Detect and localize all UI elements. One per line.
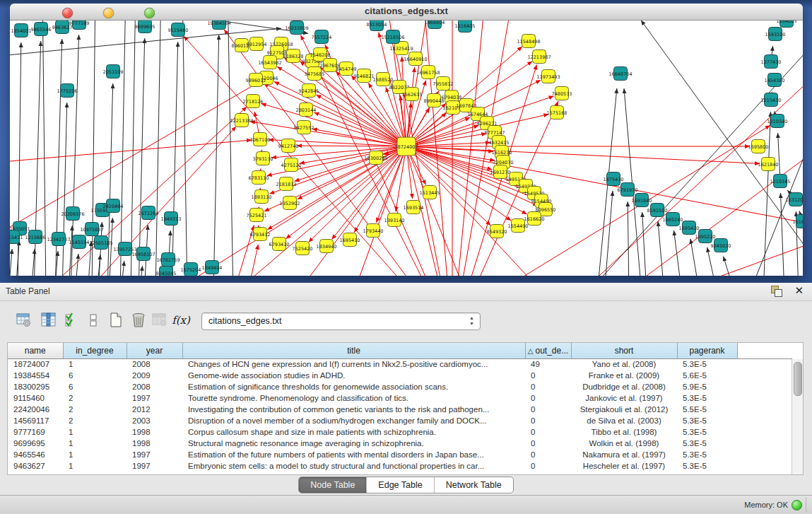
tab-edge-table[interactable]: Edge Table bbox=[367, 477, 434, 493]
delete-table-button[interactable] bbox=[150, 310, 170, 330]
status-divider bbox=[806, 498, 806, 513]
cell-name: 9463627 bbox=[8, 460, 63, 472]
row-height-button[interactable] bbox=[83, 310, 103, 330]
svg-text:12213389: 12213389 bbox=[230, 118, 253, 124]
cell-in_degree: 1 bbox=[63, 358, 126, 370]
svg-text:1454380: 1454380 bbox=[765, 78, 785, 83]
svg-text:16782759: 16782759 bbox=[156, 257, 180, 263]
network-view[interactable]: 1872400789601288912954152260589127508165… bbox=[10, 21, 803, 276]
panel-divider-handle[interactable] bbox=[400, 278, 411, 281]
cell-short: Jankovic et al. (1997) bbox=[571, 392, 677, 404]
table-row[interactable]: 2242004622012Investigating the contribut… bbox=[8, 404, 792, 415]
svg-text:1893110: 1893110 bbox=[252, 194, 272, 200]
column-header-in-degree[interactable]: in_degree bbox=[63, 343, 126, 358]
table-row[interactable]: 1456911722003Disruption of a novel membe… bbox=[8, 415, 792, 426]
cell-out_degree: 0 bbox=[525, 460, 571, 472]
cell-name: 18724007 bbox=[8, 358, 63, 370]
cell-title: Genome-wide association studies in ADHD. bbox=[182, 370, 525, 381]
cell-short: Tibbo et al. (1998) bbox=[571, 426, 677, 438]
trash-icon bbox=[130, 312, 147, 329]
cell-pagerank: 5.3E-5 bbox=[677, 392, 737, 404]
delete-column-button[interactable] bbox=[129, 310, 148, 330]
cell-title: Estimation of the future numbers of pati… bbox=[182, 449, 525, 460]
svg-text:20206576: 20206576 bbox=[61, 211, 84, 217]
new-document-icon bbox=[107, 312, 124, 329]
create-column-button[interactable] bbox=[106, 310, 126, 330]
cell-out_degree: 0 bbox=[525, 404, 571, 415]
column-header-name[interactable]: name bbox=[8, 343, 63, 358]
table-row[interactable]: 946362711997Embryonic stem cells: a mode… bbox=[8, 460, 792, 472]
svg-text:2181813: 2181813 bbox=[276, 182, 297, 187]
table-row[interactable]: 1872400712008Changes of HCN gene express… bbox=[8, 358, 792, 370]
table-selector-value: citations_edges.txt bbox=[208, 316, 282, 326]
cell-pagerank: 5.3E-5 bbox=[677, 449, 737, 460]
status-bar: Memory: OK bbox=[0, 495, 812, 514]
svg-text:15218506: 15218506 bbox=[381, 35, 404, 40]
function-builder-button[interactable]: f(x) bbox=[171, 310, 191, 330]
show-columns-button[interactable] bbox=[39, 310, 59, 330]
svg-text:1145194: 1145194 bbox=[69, 240, 90, 245]
svg-text:1575168: 1575168 bbox=[547, 110, 567, 116]
table-row[interactable]: 946554611997Estimation of the future num… bbox=[8, 449, 792, 460]
svg-text:1210340: 1210340 bbox=[767, 119, 788, 124]
svg-text:1466904: 1466904 bbox=[425, 21, 445, 25]
table-row[interactable]: 969969511998Structural magnetic resonanc… bbox=[8, 438, 792, 449]
cell-short: Dudbridge et al. (2008) bbox=[571, 381, 677, 392]
network-graph[interactable]: 1872400789601288912954152260589127508165… bbox=[10, 21, 803, 276]
disabled-table-icon bbox=[151, 312, 168, 329]
table-scrollbar[interactable] bbox=[792, 359, 803, 474]
cell-name: 14569117 bbox=[8, 415, 63, 426]
svg-text:9777169: 9777169 bbox=[69, 21, 90, 26]
svg-text:1588520: 1588520 bbox=[373, 77, 394, 83]
cell-pagerank: 5.3E-5 bbox=[677, 415, 737, 426]
table-row[interactable]: 977716911998Corpus callosum shape and si… bbox=[8, 426, 792, 438]
table-row[interactable]: 1830029562008Estimation of significance … bbox=[8, 381, 792, 392]
svg-text:1949313: 1949313 bbox=[161, 216, 182, 222]
svg-text:8777147: 8777147 bbox=[485, 130, 505, 136]
cell-title: Corpus callosum shape and size in male p… bbox=[182, 426, 525, 438]
column-header-title[interactable]: title bbox=[182, 343, 525, 358]
svg-text:11325419: 11325419 bbox=[389, 46, 413, 52]
cell-in_degree: 2 bbox=[63, 392, 126, 404]
svg-text:8427552: 8427552 bbox=[294, 125, 314, 131]
column-header-out-degree[interactable]: △out_de... bbox=[525, 343, 571, 358]
tab-node-table[interactable]: Node Table bbox=[299, 477, 367, 493]
svg-text:1631200: 1631200 bbox=[786, 197, 803, 203]
svg-text:1695420: 1695420 bbox=[679, 226, 700, 231]
dropdown-arrows-icon: ▲▼ bbox=[469, 315, 474, 327]
float-panel-icon[interactable] bbox=[771, 286, 784, 297]
window-titlebar[interactable]: citations_edges.txt bbox=[10, 4, 803, 21]
svg-text:1854003: 1854003 bbox=[777, 21, 797, 24]
cell-name: 9115460 bbox=[8, 392, 63, 404]
column-header-year[interactable]: year bbox=[126, 343, 182, 358]
svg-text:1554490: 1554490 bbox=[508, 223, 529, 229]
svg-text:6791970: 6791970 bbox=[618, 187, 638, 193]
svg-text:16543982: 16543982 bbox=[258, 60, 281, 66]
table-row[interactable]: 1938455462009Genome-wide association stu… bbox=[8, 370, 792, 381]
table-row[interactable]: 911546021997Tourette syndrome. Phenomeno… bbox=[8, 392, 792, 404]
svg-text:10975887: 10975887 bbox=[80, 227, 103, 233]
cell-name: 19384554 bbox=[8, 370, 63, 381]
select-columns-button[interactable] bbox=[62, 310, 82, 330]
svg-text:1393140: 1393140 bbox=[384, 218, 405, 223]
tab-network-table[interactable]: Network Table bbox=[435, 477, 513, 493]
node-table-grid: name in_degree year title △out_de... sho… bbox=[8, 343, 792, 472]
svg-text:1834940: 1834940 bbox=[317, 244, 337, 250]
cell-out_degree: 0 bbox=[525, 370, 571, 381]
svg-text:9699695: 9699695 bbox=[135, 24, 155, 30]
table-scrollbar-thumb[interactable] bbox=[794, 362, 802, 396]
svg-text:2053109: 2053109 bbox=[103, 69, 124, 75]
column-header-pagerank[interactable]: pagerank bbox=[677, 343, 737, 358]
cell-name: 22420046 bbox=[8, 404, 63, 415]
svg-text:11548498: 11548498 bbox=[517, 39, 540, 45]
cell-year: 2008 bbox=[126, 358, 182, 370]
table-mode-button[interactable] bbox=[14, 310, 34, 330]
svg-text:1691840: 1691840 bbox=[632, 198, 652, 204]
svg-text:12213987: 12213987 bbox=[527, 54, 551, 60]
svg-text:1693514: 1693514 bbox=[404, 205, 424, 211]
close-panel-icon[interactable]: ✕ bbox=[794, 284, 804, 297]
column-header-short[interactable]: short bbox=[571, 343, 677, 358]
table-selector-dropdown[interactable]: citations_edges.txt ▲▼ bbox=[201, 313, 481, 330]
cell-year: 1998 bbox=[126, 426, 182, 438]
cell-name: 9699695 bbox=[8, 438, 63, 449]
